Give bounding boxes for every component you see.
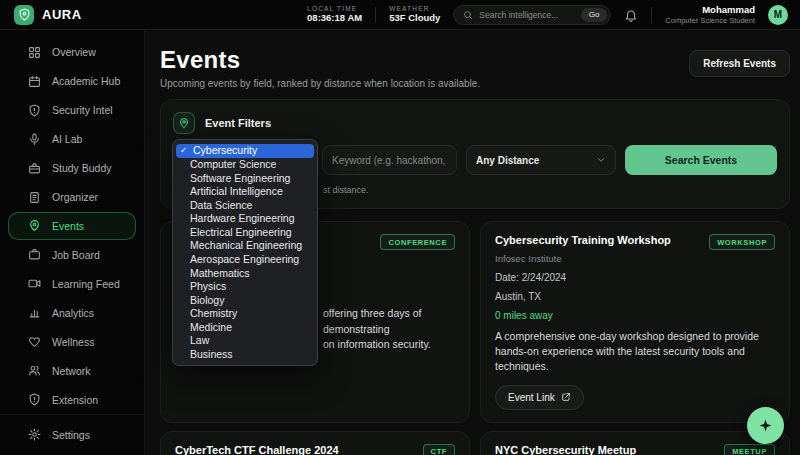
document-icon — [28, 191, 41, 204]
heart-icon — [28, 335, 41, 348]
briefcase-icon — [28, 248, 41, 261]
sidebar-item-network[interactable]: Network — [8, 356, 136, 385]
sidebar: Overview Academic Hub Security Intel AI … — [0, 30, 145, 455]
external-link-icon — [561, 392, 571, 402]
event-organizer: Infosec Institute — [495, 253, 775, 264]
page-title: Events — [160, 46, 480, 74]
users-icon — [28, 364, 41, 377]
search-input[interactable] — [479, 10, 574, 20]
notifications-button[interactable] — [624, 8, 638, 22]
sidebar-item-ai-lab[interactable]: AI Lab — [8, 125, 136, 154]
ai-assistant-fab[interactable] — [747, 407, 784, 444]
dropdown-option-label: Physics — [190, 281, 226, 292]
sidebar-item-label: Job Board — [52, 249, 100, 261]
sidebar-item-label: Analytics — [52, 307, 94, 319]
sidebar-item-events[interactable]: Events — [8, 212, 136, 241]
event-title: Cybersecurity Training Workshop — [495, 234, 671, 246]
shield-icon — [14, 5, 34, 25]
sidebar-item-academic-hub[interactable]: Academic Hub — [8, 67, 136, 96]
event-description-fragment: offering three days of demonstrating on … — [323, 306, 469, 353]
event-card-workshop: Cybersecurity Training Workshop WORKSHOP… — [480, 221, 790, 423]
dropdown-option-label: Electrical Engineering — [190, 227, 292, 238]
sidebar-item-label: Network — [52, 365, 91, 377]
event-description: A comprehensive one-day workshop designe… — [495, 329, 775, 375]
user-name: Mohammad — [665, 4, 755, 15]
go-button[interactable]: Go — [581, 8, 608, 22]
event-title: CyberTech CTF Challenge 2024 — [175, 444, 339, 455]
event-card-meetup: NYC Cybersecurity Meetup MEETUP NYC Cybe… — [480, 431, 790, 455]
event-type-badge: CONFERENCE — [380, 234, 455, 250]
map-pin-icon — [28, 219, 41, 232]
sidebar-item-label: Overview — [52, 46, 96, 58]
search-icon — [463, 10, 473, 20]
field-dropdown-menu: ✓ Cybersecurity Computer Science Softwar… — [172, 139, 318, 366]
filters-title: Event Filters — [205, 117, 271, 129]
dropdown-option[interactable]: Electrical Engineering — [173, 225, 317, 239]
dropdown-option-selected[interactable]: ✓ Cybersecurity — [176, 144, 314, 158]
sidebar-item-organizer[interactable]: Organizer — [8, 183, 136, 212]
sidebar-item-label: Learning Feed — [52, 278, 120, 290]
user-info: Mohammad Computer Science Student — [665, 4, 755, 24]
dropdown-option[interactable]: Computer Science — [173, 158, 317, 172]
event-link-label: Event Link — [508, 392, 555, 403]
dropdown-option[interactable]: Mathematics — [173, 266, 317, 280]
dropdown-option[interactable]: Software Engineering — [173, 171, 317, 185]
sidebar-divider: Settings — [0, 414, 144, 449]
local-time-block: LOCAL TIME 08:36:18 AM — [307, 5, 362, 23]
top-header: AURA LOCAL TIME 08:36:18 AM WEATHER 53F … — [0, 0, 800, 30]
global-search[interactable]: Go — [453, 5, 611, 25]
dropdown-option[interactable]: Data Science — [173, 198, 317, 212]
refresh-events-button[interactable]: Refresh Events — [689, 50, 790, 77]
grid-icon — [28, 46, 41, 59]
dropdown-option-label: Hardware Engineering — [190, 213, 294, 224]
brand: AURA — [14, 5, 82, 25]
event-distance: 0 miles away — [495, 310, 775, 321]
dropdown-option-label: Law — [190, 335, 209, 346]
sidebar-item-label: Academic Hub — [52, 75, 120, 87]
keyword-input[interactable] — [322, 145, 457, 175]
dropdown-option[interactable]: Chemistry — [173, 307, 317, 321]
sidebar-item-job-board[interactable]: Job Board — [8, 240, 136, 269]
sidebar-item-study-buddy[interactable]: Study Buddy — [8, 154, 136, 183]
event-type-badge: WORKSHOP — [709, 234, 775, 250]
distance-select[interactable]: Any Distance — [466, 145, 616, 175]
bell-icon — [624, 8, 638, 22]
dropdown-option[interactable]: Business — [173, 348, 317, 362]
avatar[interactable]: M — [768, 5, 788, 25]
header-divider — [651, 7, 652, 23]
sidebar-item-learning-feed[interactable]: Learning Feed — [8, 269, 136, 298]
search-events-button[interactable]: Search Events — [625, 145, 777, 175]
dropdown-option-label: Cybersecurity — [193, 145, 257, 156]
dropdown-option[interactable]: Biology — [173, 293, 317, 307]
dropdown-option-label: Mathematics — [190, 268, 250, 279]
dropdown-option-label: Biology — [190, 295, 224, 306]
dropdown-option[interactable]: Physics — [173, 280, 317, 294]
dropdown-option-label: Data Science — [190, 200, 252, 211]
event-link-button[interactable]: Event Link — [495, 385, 584, 410]
dropdown-option-label: Computer Science — [190, 159, 276, 170]
sparkle-icon — [758, 418, 773, 433]
dropdown-option[interactable]: Mechanical Engineering — [173, 239, 317, 253]
event-date: Date: 2/24/2024 — [495, 272, 775, 283]
sidebar-item-wellness[interactable]: Wellness — [8, 327, 136, 356]
event-title: NYC Cybersecurity Meetup — [495, 444, 636, 455]
sidebar-item-settings[interactable]: Settings — [8, 420, 136, 449]
user-role: Computer Science Student — [665, 16, 755, 25]
sidebar-item-label: Extension — [52, 394, 98, 406]
event-type-badge: CTF — [423, 444, 455, 455]
dropdown-option-label: Mechanical Engineering — [190, 240, 302, 251]
shield-alert-icon — [28, 393, 41, 406]
sidebar-item-analytics[interactable]: Analytics — [8, 298, 136, 327]
sidebar-item-label: Events — [52, 220, 84, 232]
dropdown-option[interactable]: Hardware Engineering — [173, 212, 317, 226]
dropdown-option[interactable]: Aerospace Engineering — [173, 253, 317, 267]
dropdown-option[interactable]: Medicine — [173, 321, 317, 335]
sidebar-item-overview[interactable]: Overview — [8, 38, 136, 67]
weather-block: WEATHER 53F Cloudy — [389, 5, 440, 23]
dropdown-option[interactable]: Law — [173, 334, 317, 348]
dropdown-option[interactable]: Artificial Intelligence — [173, 185, 317, 199]
sidebar-item-security-intel[interactable]: Security Intel — [8, 96, 136, 125]
sidebar-item-extension[interactable]: Extension — [8, 385, 136, 414]
lunchbox-icon — [28, 162, 41, 175]
sidebar-item-label: Study Buddy — [52, 162, 112, 174]
